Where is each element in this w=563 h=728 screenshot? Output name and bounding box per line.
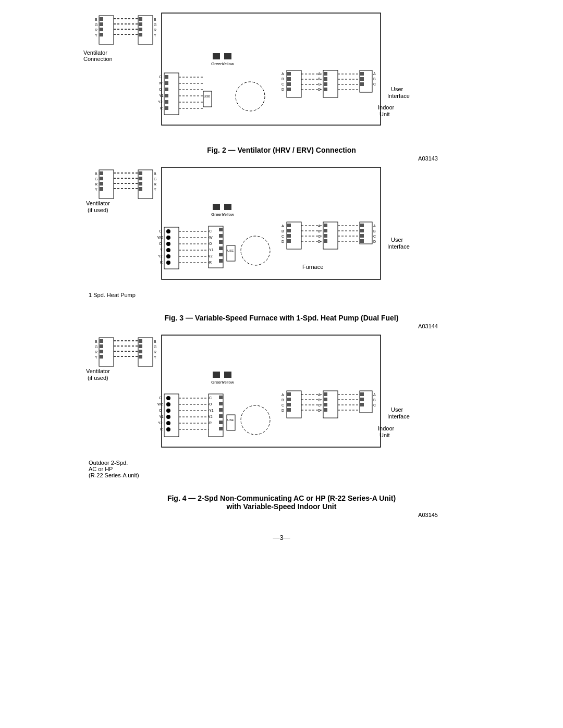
- svg-text:USE: USE: [227, 249, 234, 252]
- svg-text:Interface: Interface: [387, 243, 410, 250]
- svg-rect-21: [139, 33, 142, 36]
- svg-text:R: R: [95, 350, 97, 354]
- svg-point-229: [166, 409, 170, 413]
- svg-text:B: B: [282, 398, 284, 402]
- svg-text:D: D: [318, 88, 321, 91]
- svg-text:Yellow: Yellow: [222, 61, 234, 66]
- svg-rect-25: [213, 53, 220, 59]
- svg-rect-220: [164, 394, 179, 437]
- svg-point-126: [166, 242, 170, 246]
- svg-rect-59: [287, 88, 291, 91]
- page: B G R Y B G R Y Ventilator Conne: [0, 0, 563, 728]
- svg-text:O: O: [209, 242, 212, 245]
- svg-rect-246: [219, 402, 223, 405]
- diagram-fig2: Fig. 2 — Ventilator (HRV / ERV) Connecti…: [21, 146, 542, 298]
- svg-text:USE: USE: [204, 95, 210, 98]
- svg-text:R: R: [160, 427, 163, 431]
- svg-text:R: R: [95, 28, 97, 32]
- svg-rect-71: [324, 82, 327, 86]
- svg-rect-196: [100, 339, 103, 343]
- svg-text:Green: Green: [211, 212, 223, 217]
- svg-point-128: [166, 254, 170, 258]
- svg-text:G: G: [95, 345, 97, 349]
- svg-text:B: B: [154, 340, 156, 343]
- svg-rect-209: [139, 339, 142, 343]
- svg-text:G: G: [95, 23, 97, 27]
- svg-text:B: B: [95, 18, 97, 21]
- svg-text:B: B: [154, 172, 156, 176]
- svg-rect-215: [162, 335, 381, 447]
- svg-text:O: O: [159, 88, 162, 91]
- svg-text:C: C: [209, 396, 212, 400]
- svg-text:A: A: [282, 224, 284, 228]
- svg-text:B: B: [318, 398, 321, 402]
- svg-point-50: [236, 82, 265, 111]
- svg-text:D: D: [373, 240, 376, 243]
- svg-text:Y: Y: [154, 33, 156, 37]
- svg-rect-172: [324, 229, 327, 232]
- fig2-sub-caption: 1 Spd. Heat Pump: [89, 292, 542, 298]
- svg-text:G: G: [154, 177, 156, 181]
- svg-text:W2: W2: [157, 236, 163, 239]
- svg-text:Indoor: Indoor: [378, 425, 395, 431]
- svg-rect-171: [324, 224, 327, 227]
- svg-text:B: B: [318, 229, 321, 233]
- svg-text:C: C: [282, 403, 284, 407]
- svg-text:Y: Y: [154, 355, 156, 359]
- svg-rect-147: [219, 246, 223, 250]
- svg-rect-251: [227, 415, 235, 430]
- svg-text:C: C: [373, 235, 376, 238]
- svg-rect-95: [100, 182, 103, 186]
- fig3-sub3: (R-22 Series-A unit): [89, 472, 542, 478]
- svg-text:Y1: Y1: [159, 415, 164, 418]
- svg-point-127: [166, 248, 170, 252]
- svg-rect-262: [287, 408, 291, 412]
- svg-text:Y: Y: [154, 188, 156, 191]
- svg-rect-160: [287, 234, 291, 238]
- svg-rect-5: [100, 17, 103, 21]
- svg-text:W2: W2: [157, 402, 163, 406]
- svg-point-152: [241, 236, 270, 265]
- svg-text:W: W: [159, 81, 163, 85]
- svg-rect-20: [139, 28, 142, 31]
- svg-text:Y2: Y2: [158, 254, 163, 258]
- svg-rect-69: [324, 72, 327, 76]
- svg-rect-272: [324, 392, 327, 396]
- svg-text:R: R: [95, 182, 97, 186]
- svg-text:R: R: [160, 106, 163, 110]
- svg-rect-108: [139, 182, 142, 186]
- svg-text:C: C: [318, 82, 321, 86]
- fig2-title: Fig. 2 — Ventilator (HRV / ERV) Connecti…: [21, 146, 542, 154]
- svg-text:B: B: [95, 172, 97, 176]
- svg-text:Y2: Y2: [158, 100, 163, 104]
- fig2-code: A03143: [21, 155, 542, 162]
- svg-rect-275: [324, 408, 327, 412]
- svg-rect-245: [219, 396, 223, 399]
- svg-rect-199: [100, 355, 103, 359]
- svg-text:B: B: [95, 340, 97, 343]
- svg-text:User: User: [391, 237, 403, 243]
- svg-rect-113: [213, 204, 220, 210]
- svg-rect-70: [324, 77, 327, 81]
- svg-point-231: [166, 421, 170, 425]
- svg-point-125: [166, 236, 170, 240]
- svg-rect-261: [287, 403, 291, 406]
- svg-rect-212: [139, 355, 142, 359]
- svg-text:Y: Y: [160, 248, 163, 252]
- svg-text:A: A: [373, 393, 376, 397]
- svg-text:Y: Y: [95, 355, 97, 359]
- svg-point-227: [166, 396, 170, 400]
- svg-rect-198: [100, 350, 103, 353]
- svg-text:C: C: [209, 229, 212, 233]
- svg-text:B: B: [154, 18, 156, 21]
- diagram-fig4: Fig. 4 — 2-Spd Non-Communicating AC or H…: [21, 494, 542, 518]
- svg-text:Interface: Interface: [387, 413, 410, 419]
- svg-text:G: G: [154, 345, 156, 349]
- svg-rect-173: [324, 234, 327, 238]
- svg-text:Y1: Y1: [209, 248, 214, 252]
- svg-point-230: [166, 415, 170, 419]
- svg-rect-58: [287, 82, 291, 86]
- svg-rect-94: [100, 177, 103, 180]
- svg-rect-114: [224, 204, 231, 210]
- svg-rect-184: [360, 224, 364, 227]
